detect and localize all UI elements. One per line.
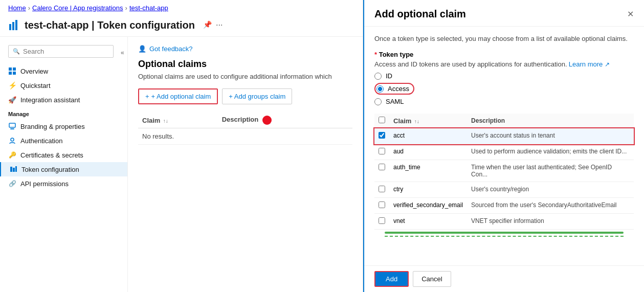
claim-name: ctry (389, 182, 467, 198)
api-icon: 🔗 (8, 179, 16, 188)
sidebar-item-label: API permissions (20, 180, 69, 188)
svg-rect-6 (13, 72, 16, 75)
claim-row: auth_timeTime when the user last authent… (374, 160, 634, 182)
section-desc: Optional claims are used to configure ad… (138, 73, 352, 80)
add-groups-claim-button[interactable]: + Add groups claim (222, 88, 292, 104)
radio-saml-input[interactable] (374, 98, 382, 105)
add-optional-claim-button[interactable]: + + Add optional claim (138, 88, 218, 104)
svg-rect-5 (9, 72, 12, 75)
claim-checkbox[interactable] (379, 148, 385, 154)
claim-checkbox[interactable] (379, 201, 385, 208)
red-dot (262, 116, 272, 125)
close-button[interactable]: ✕ (627, 9, 634, 19)
sidebar-item-overview[interactable]: Overview (0, 64, 127, 78)
sidebar-item-label: Certificates & secrets (20, 151, 83, 159)
radio-access[interactable]: Access (374, 83, 414, 95)
sort-icon[interactable]: ↑↓ (414, 119, 419, 124)
lightning-icon: ⚡ (8, 81, 16, 89)
page-title: test-chat-app | Token configuration (25, 19, 195, 31)
claim-row: vnetVNET specifier information (374, 214, 634, 230)
page-header: test-chat-app | Token configuration 📌 ··… (0, 16, 363, 37)
cancel-button[interactable]: Cancel (413, 271, 451, 287)
claim-checkbox[interactable] (379, 217, 385, 224)
sidebar-item-token[interactable]: Token configuration (0, 162, 127, 176)
more-icon[interactable]: ··· (216, 20, 223, 30)
action-bar: + + Add optional claim + Add groups clai… (138, 88, 352, 104)
breadcrumb-app-reg[interactable]: Calero Core | App registrations (32, 4, 123, 12)
claim-row: audUsed to perform audience validation; … (374, 144, 634, 160)
col-description: Description (218, 113, 352, 128)
svg-rect-3 (9, 68, 12, 71)
claim-checkbox[interactable] (379, 132, 385, 139)
feedback-icon: 👤 (138, 45, 146, 53)
add-button[interactable]: Add (374, 271, 409, 287)
content-area: 👤 Got feedback? Optional claims Optional… (128, 37, 363, 292)
claim-name: auth_time (389, 160, 467, 182)
collapse-btn[interactable]: « (121, 49, 124, 56)
rocket-icon: 🚀 (8, 96, 16, 104)
search-input[interactable] (23, 48, 109, 55)
claim-row: acctUser's account status in tenant (374, 128, 634, 144)
feedback-bar[interactable]: 👤 Got feedback? (138, 45, 352, 53)
scroll-indicator-dotted (385, 236, 624, 237)
radio-id[interactable]: ID (374, 72, 634, 80)
token-type-desc: Access and ID tokens are used by applica… (374, 60, 634, 68)
search-icon: 🔍 (13, 48, 20, 55)
modal-footer: Add Cancel (364, 265, 644, 292)
claim-description: Time when the user last authenticated; S… (467, 160, 634, 182)
select-all-checkbox[interactable] (379, 117, 385, 123)
sidebar-item-label: Branding & properties (20, 123, 85, 130)
svg-rect-11 (13, 168, 15, 172)
token-type-section: * Token type Access and ID tokens are us… (374, 51, 634, 105)
manage-label: Manage (0, 107, 127, 119)
sidebar-item-label: Overview (20, 68, 48, 75)
left-panel: Home › Calero Core | App registrations ›… (0, 0, 363, 292)
col-checkbox (374, 114, 389, 128)
claim-name: aud (389, 144, 467, 160)
sort-icon[interactable]: ↑↓ (163, 118, 168, 124)
sidebar-item-label: Integration assistant (20, 96, 80, 104)
sidebar-item-label: Token configuration (21, 166, 79, 173)
sidebar-item-integration[interactable]: 🚀 Integration assistant (0, 93, 127, 107)
breadcrumb-home[interactable]: Home (8, 4, 26, 12)
svg-rect-8 (10, 128, 14, 129)
panel-col-claim: Claim ↑↓ (389, 114, 467, 128)
add-groups-label: + Add groups claim (229, 93, 285, 100)
breadcrumb-app[interactable]: test-chat-app (129, 4, 168, 12)
svg-rect-4 (13, 68, 16, 71)
token-type-label: * Token type (374, 51, 634, 58)
modal-panel: Add optional claim ✕ Once a token type i… (363, 0, 644, 292)
learn-more-link[interactable]: Learn more ↗ (569, 61, 610, 68)
sidebar-item-certificates[interactable]: 🔑 Certificates & secrets (0, 148, 127, 162)
claim-description: Used to perform audience validation; emi… (467, 144, 634, 160)
claim-checkbox[interactable] (379, 164, 385, 170)
plus-icon: + (145, 93, 149, 100)
branding-icon (8, 122, 16, 130)
token-config-icon (8, 19, 20, 31)
claim-description: User's country/region (467, 182, 634, 198)
modal-body: Once a token type is selected, you may c… (364, 27, 644, 265)
claim-row: ctryUser's country/region (374, 182, 634, 198)
svg-rect-0 (9, 24, 11, 30)
col-claim: Claim ↑↓ (138, 113, 218, 128)
svg-rect-1 (12, 22, 14, 30)
no-results-text: No results. (138, 128, 352, 145)
sidebar-item-label: Quickstart (20, 82, 51, 89)
claims-table: Claim ↑↓ Description No results. (138, 113, 352, 145)
claim-description: User's account status in tenant (467, 128, 634, 144)
radio-id-input[interactable] (374, 73, 382, 80)
radio-id-label: ID (386, 72, 392, 80)
radio-saml[interactable]: SAML (374, 98, 634, 105)
sidebar-item-quickstart[interactable]: ⚡ Quickstart (0, 78, 127, 93)
sidebar-item-authentication[interactable]: Authentication (0, 133, 127, 148)
sidebar-item-branding[interactable]: Branding & properties (0, 119, 127, 133)
svg-rect-2 (15, 20, 17, 30)
search-box[interactable]: 🔍 (8, 45, 114, 58)
pin-icon[interactable]: 📌 (203, 20, 212, 30)
modal-title: Add optional claim (374, 8, 466, 20)
radio-access-input[interactable] (376, 85, 384, 93)
main-content: 🔍 « Overview ⚡ Quickstart 🚀 Integra (0, 37, 363, 292)
section-title: Optional claims (138, 59, 352, 70)
sidebar-item-api[interactable]: 🔗 API permissions (0, 176, 127, 191)
claim-checkbox[interactable] (379, 186, 385, 192)
